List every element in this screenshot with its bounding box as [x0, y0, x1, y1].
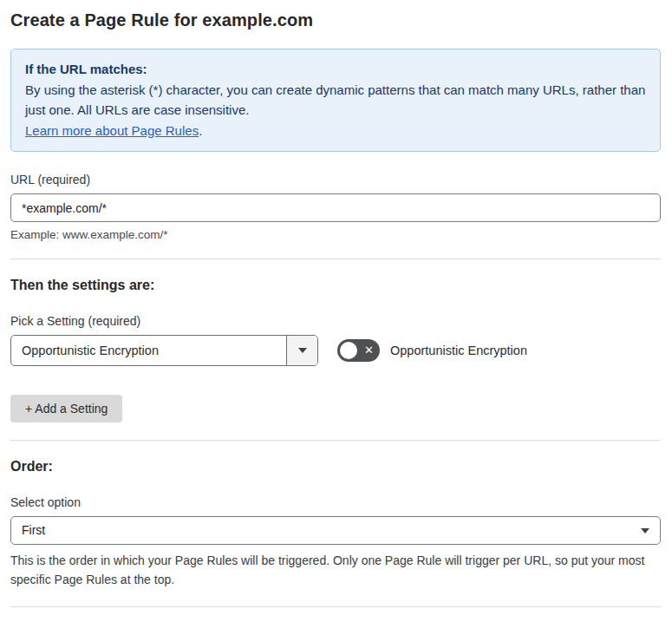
- url-field-label: URL (required): [10, 173, 661, 187]
- url-example-text: Example: www.example.com/*: [10, 228, 661, 241]
- page-title: Create a Page Rule for example.com: [10, 10, 661, 30]
- info-box-link-line: Learn more about Page Rules.: [25, 121, 646, 141]
- divider: [10, 606, 661, 607]
- info-box-body: By using the asterisk (*) character, you…: [25, 80, 646, 121]
- setting-dropdown-value: Opportunistic Encryption: [11, 336, 286, 365]
- opportunistic-encryption-toggle[interactable]: ✕: [337, 339, 380, 362]
- setting-row: Opportunistic Encryption ✕ Opportunistic…: [10, 335, 661, 366]
- setting-dropdown[interactable]: Opportunistic Encryption: [10, 335, 318, 366]
- toggle-label: Opportunistic Encryption: [390, 344, 527, 357]
- divider: [10, 440, 661, 441]
- order-select-label: Select option: [10, 495, 661, 509]
- order-section-heading: Order:: [10, 459, 661, 475]
- toggle-knob: [340, 342, 357, 359]
- order-help-text: This is the order in which your Page Rul…: [10, 551, 661, 589]
- divider: [10, 259, 661, 259]
- order-select-value: First: [11, 517, 660, 544]
- settings-section-heading: Then the settings are:: [10, 278, 661, 293]
- chevron-down-icon: [641, 528, 649, 534]
- url-input[interactable]: [10, 193, 661, 222]
- chevron-down-icon: [298, 348, 307, 353]
- link-period: .: [199, 123, 202, 138]
- info-box-heading: If the URL matches:: [25, 59, 646, 80]
- setting-dropdown-caret-button[interactable]: [286, 336, 317, 365]
- url-matches-info-box: If the URL matches: By using the asteris…: [10, 49, 661, 152]
- add-setting-button[interactable]: + Add a Setting: [10, 395, 122, 422]
- order-select[interactable]: First: [10, 516, 661, 545]
- learn-more-link[interactable]: Learn more about Page Rules: [25, 123, 199, 138]
- toggle-x-icon: ✕: [364, 344, 374, 356]
- pick-setting-label: Pick a Setting (required): [10, 314, 661, 328]
- page-rule-form: Create a Page Rule for example.com If th…: [0, 0, 672, 622]
